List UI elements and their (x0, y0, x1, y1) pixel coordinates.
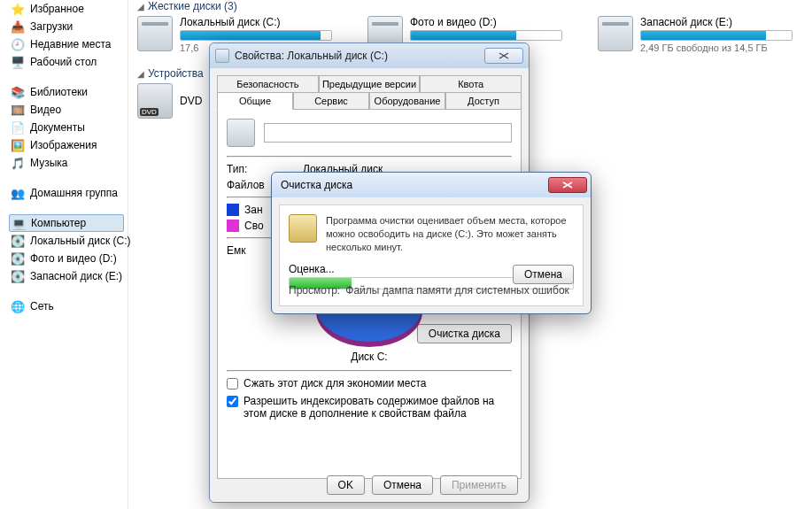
label: Избранное (30, 3, 84, 15)
label: Библиотеки (30, 86, 88, 98)
section-hdd[interactable]: ◢Жесткие диски (3) (137, 0, 803, 12)
disk-cleanup-dialog: Очистка диска Программа очистки оценивае… (271, 172, 592, 314)
dialog-titlebar[interactable]: Свойства: Локальный диск (C:) (210, 43, 529, 68)
video-icon: 🎞️ (11, 103, 25, 117)
drive-name: Фото и видео (D:) (410, 16, 562, 28)
chevron-down-icon: ◢ (137, 2, 144, 12)
homegroup-icon: 👥 (11, 186, 25, 200)
cancel-button[interactable]: Отмена (513, 265, 574, 284)
cancel-button[interactable]: Отмена (372, 475, 433, 495)
drive-icon (227, 119, 255, 147)
close-icon (499, 52, 509, 59)
tab-general[interactable]: Общие (217, 92, 293, 110)
apply-button[interactable]: Применить (440, 475, 518, 495)
capacity-bar (410, 30, 562, 41)
label: Сжать этот диск для экономии места (244, 377, 426, 389)
drive-free: 2,49 ГБ свободно из 14,5 ГБ (640, 42, 793, 53)
sidebar-item-video[interactable]: 🎞️Видео (9, 101, 124, 119)
recent-icon: 🕘 (11, 37, 25, 51)
chevron-down-icon: ◢ (137, 69, 144, 79)
used-swatch (227, 204, 239, 216)
tab-quota[interactable]: Квота (420, 75, 522, 92)
label: Зан (244, 204, 263, 216)
label: Домашняя группа (30, 187, 118, 199)
dialog-title: Свойства: Локальный диск (C:) (235, 50, 484, 62)
tab-tools[interactable]: Сервис (293, 92, 369, 109)
label: Запасной диск (E:) (30, 270, 122, 282)
label: Изображения (30, 139, 97, 151)
capacity-bar (640, 30, 793, 41)
cleanup-icon (289, 214, 317, 243)
computer-icon: 💻 (12, 216, 26, 230)
dvd-icon: DVD (137, 83, 173, 119)
value: Файлы дампа памяти для системных ошибок (345, 284, 569, 297)
download-icon: 📥 (11, 19, 25, 34)
drive-name: DVD (180, 95, 202, 107)
sidebar-item-disk-e[interactable]: 💽Запасной диск (E:) (9, 267, 124, 285)
index-checkbox-row[interactable]: Разрешить индексировать содержимое файло… (227, 395, 512, 420)
picture-icon: 🖼️ (11, 138, 25, 152)
document-icon: 📄 (11, 120, 25, 135)
tab-hardware[interactable]: Оборудование (369, 92, 445, 109)
network-icon: 🌐 (11, 299, 25, 313)
label: Музыка (30, 157, 67, 169)
volume-label-input[interactable] (264, 123, 512, 143)
label: Просмотр: (289, 284, 340, 297)
label: Локальный диск (C:) (30, 235, 131, 247)
sidebar-item-pictures[interactable]: 🖼️Изображения (9, 136, 124, 154)
message: Программа очистки оценивает объем места,… (326, 214, 574, 254)
sidebar-item-downloads[interactable]: 📥Загрузки (9, 18, 124, 35)
close-button[interactable] (484, 48, 523, 64)
library-icon: 📚 (11, 85, 25, 99)
close-icon (562, 181, 573, 189)
tab-sharing[interactable]: Доступ (445, 92, 522, 109)
sidebar-favorites[interactable]: ⭐Избранное (9, 0, 124, 18)
disk-icon: 💽 (11, 234, 25, 248)
label: Недавние места (30, 38, 111, 50)
tab-previous-versions[interactable]: Предыдущие версии (319, 75, 421, 92)
sidebar-item-disk-d[interactable]: 💽Фото и видео (D:) (9, 250, 124, 267)
sidebar-item-disk-c[interactable]: 💽Локальный диск (C:) (9, 232, 124, 250)
drive-icon (137, 16, 173, 51)
label: Жесткие диски (3) (148, 0, 237, 12)
disk-icon: 💽 (11, 269, 25, 283)
sidebar-item-desktop[interactable]: 🖥️Рабочий стол (9, 53, 124, 71)
label: Рабочий стол (30, 56, 97, 68)
label: Устройства (148, 67, 204, 80)
drive-icon (215, 49, 229, 63)
music-icon: 🎵 (11, 156, 25, 170)
sidebar-homegroup[interactable]: 👥Домашняя группа (9, 184, 124, 202)
disk-icon: 💽 (11, 251, 25, 266)
sidebar-item-recent[interactable]: 🕘Недавние места (9, 35, 124, 53)
free-swatch (227, 220, 239, 232)
label: Компьютер (31, 217, 86, 229)
sidebar-item-music[interactable]: 🎵Музыка (9, 154, 124, 172)
label: Видео (30, 104, 61, 116)
compress-checkbox[interactable] (227, 378, 238, 389)
label: Сеть (30, 300, 54, 312)
sidebar: ⭐Избранное 📥Загрузки 🕘Недавние места 🖥️Р… (0, 0, 128, 509)
disk-cleanup-button[interactable]: Очистка диска (417, 324, 512, 343)
ok-button[interactable]: OK (327, 475, 365, 495)
index-checkbox[interactable] (227, 396, 238, 407)
compress-checkbox-row[interactable]: Сжать этот диск для экономии места (227, 377, 512, 389)
sidebar-network[interactable]: 🌐Сеть (9, 297, 124, 315)
drive-name: Локальный диск (C:) (180, 16, 332, 28)
disk-label: Диск C: (227, 351, 512, 363)
drive-e[interactable]: Запасной диск (E:) 2,49 ГБ свободно из 1… (598, 16, 793, 53)
label: Документы (30, 121, 85, 134)
label: Загрузки (30, 20, 73, 33)
star-icon: ⭐ (11, 2, 25, 16)
sidebar-libraries[interactable]: 📚Библиотеки (9, 83, 124, 101)
sidebar-computer[interactable]: 💻Компьютер (9, 214, 124, 232)
capacity-bar (180, 30, 332, 41)
drive-icon (598, 16, 633, 51)
dialog-titlebar[interactable]: Очистка диска (272, 173, 591, 197)
sidebar-item-documents[interactable]: 📄Документы (9, 119, 124, 136)
label: Сво (244, 220, 264, 232)
label: Разрешить индексировать содержимое файло… (244, 395, 512, 420)
desktop-icon: 🖥️ (11, 55, 25, 69)
close-button[interactable] (548, 177, 587, 193)
tab-security[interactable]: Безопасность (217, 75, 319, 92)
dialog-title: Очистка диска (281, 179, 548, 191)
